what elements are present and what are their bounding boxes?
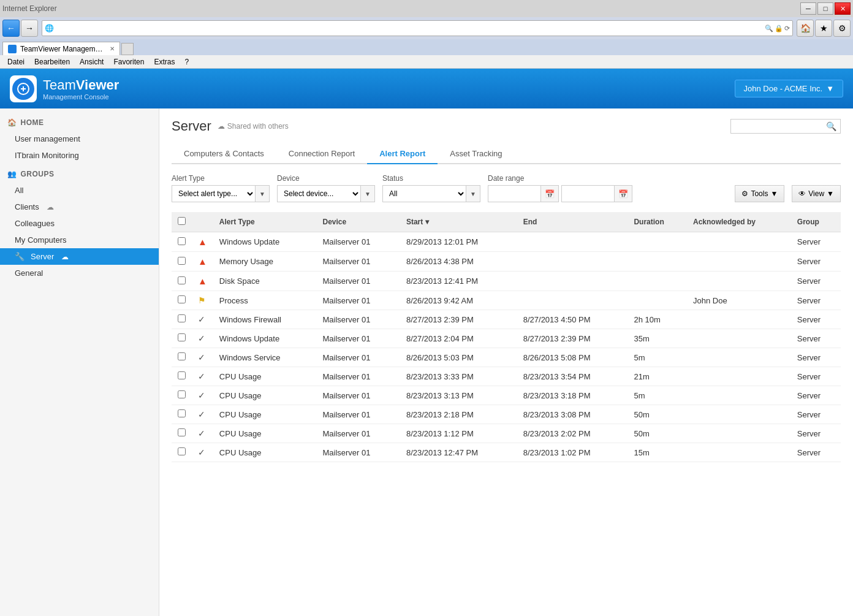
row-device: Mailserver 01 [316,291,400,310]
row-acknowledged-by [687,443,791,462]
row-alert-type: CPU Usage [213,386,317,405]
device-dropdown[interactable]: Select device... [278,186,360,202]
user-account-button[interactable]: John Doe - ACME Inc. ▼ [735,80,844,97]
row-group: Server [791,443,841,462]
row-alert-type: Windows Firewall [213,310,317,329]
status-dropdown[interactable]: All Open Acknowledged [383,186,466,202]
tab-close-button[interactable]: ✕ [110,45,115,52]
row-checkbox-cell [172,443,192,462]
menu-extras[interactable]: Extras [149,56,180,67]
row-checkbox[interactable] [178,276,186,284]
back-button[interactable]: ← [2,20,20,37]
select-all-checkbox[interactable] [178,217,186,225]
row-checkbox-cell [172,367,192,386]
sidebar-item-colleagues[interactable]: Colleagues [0,215,159,232]
calendar-from-icon[interactable]: 📅 [540,186,558,202]
row-checkbox[interactable] [178,314,186,322]
tools-button[interactable]: ⚙ Tools ▼ [735,185,784,202]
row-checkbox[interactable] [178,333,186,341]
row-alert-type: CPU Usage [213,405,317,424]
alert-type-select[interactable]: Select alert type... ▼ [172,185,270,202]
device-select[interactable]: Select device... ▼ [277,185,375,202]
maximize-button[interactable]: □ [817,2,833,15]
title-bar: Internet Explorer ─ □ ✕ [0,0,853,17]
tab-asset-tracking[interactable]: Asset Tracking [438,144,514,164]
view-button[interactable]: 👁 View ▼ [792,185,841,202]
status-check-icon: ✓ [198,409,205,419]
row-device: Mailserver 01 [316,252,400,272]
row-checkbox-cell [172,424,192,443]
home-icon[interactable]: 🏠 [797,20,814,37]
row-device: Mailserver 01 [316,405,400,424]
row-group: Server [791,386,841,405]
tab-bar: TeamViewer Management ... ✕ [0,39,853,55]
row-checkbox[interactable] [178,237,186,245]
sidebar-home-section: 🏠 HOME User management ITbrain Monitorin… [0,115,159,164]
row-checkbox[interactable] [178,295,186,303]
row-end: 8/23/2013 2:02 PM [517,424,628,443]
row-checkbox[interactable] [178,371,186,379]
sidebar-item-general[interactable]: General [0,265,159,281]
status-check-icon: ✓ [198,428,205,438]
minimize-button[interactable]: ─ [800,2,816,15]
row-group: Server [791,310,841,329]
table-header-row: Alert Type Device Start ▾ End Duration A… [172,212,841,232]
sidebar-item-clients[interactable]: Clients ☁ [0,199,159,215]
menu-ansicht[interactable]: Ansicht [75,56,108,67]
search-input[interactable] [735,122,826,131]
url-input[interactable]: https://login.teamviewer.com [56,24,765,32]
row-checkbox[interactable] [178,428,186,436]
sidebar-item-server[interactable]: 🔧 Server ☁ [0,248,159,265]
alert-type-label: Alert Type [172,174,270,183]
row-checkbox[interactable] [178,447,186,455]
status-warning-icon: ▲ [198,276,207,286]
app-logo: TeamViewer Management Console [10,75,119,102]
row-checkbox[interactable] [178,352,186,360]
alert-type-dropdown[interactable]: Select alert type... [172,186,255,202]
row-acknowledged-by [687,329,791,348]
row-end: 8/23/2013 3:18 PM [517,386,628,405]
my-computers-label: My Computers [15,235,67,245]
row-checkbox[interactable] [178,257,186,265]
menu-datei[interactable]: Datei [2,56,29,67]
header-start[interactable]: Start ▾ [400,212,517,232]
tab-alert-report[interactable]: Alert Report [367,144,438,164]
row-status-cell: ✓ [192,424,213,443]
row-checkbox[interactable] [178,409,186,417]
tab-computers-contacts[interactable]: Computers & Contacts [172,144,276,164]
sidebar-item-my-computers[interactable]: My Computers [0,232,159,248]
header-alert-type: Alert Type [213,212,317,232]
tools-browser-icon[interactable]: ⚙ [833,20,851,37]
forward-button[interactable]: → [21,20,38,37]
favorites-icon[interactable]: ★ [815,20,832,37]
page-title: Server [172,118,211,134]
sidebar-item-itbrain[interactable]: ITbrain Monitoring [0,147,159,164]
row-start: 8/27/2013 2:04 PM [400,329,517,348]
header-device: Device [316,212,400,232]
date-from-input[interactable]: 8/1/2013 [488,189,540,198]
sidebar-groups-title: 👥 GROUPS [0,166,159,182]
row-start: 8/29/2013 12:01 PM [400,232,517,252]
browser-tab-active[interactable]: TeamViewer Management ... ✕ [2,42,120,55]
menu-bearbeiten[interactable]: Bearbeiten [29,56,75,67]
menu-favoriten[interactable]: Favoriten [108,56,149,67]
date-to-input[interactable]: 8/31/2013 [562,189,614,198]
tab-connection-report[interactable]: Connection Report [276,144,367,164]
status-select[interactable]: All Open Acknowledged ▼ [382,185,480,202]
address-bar: 🌐 https://login.teamviewer.com 🔍 🔒 ⟳ [42,20,793,36]
search-address-icon[interactable]: 🔍 [765,25,773,32]
device-filter: Device Select device... ▼ [277,174,375,202]
sidebar-item-all[interactable]: All [0,182,159,199]
new-tab-button[interactable] [121,43,134,55]
menu-help[interactable]: ? [180,56,194,67]
calendar-to-icon[interactable]: 📅 [614,186,632,202]
server-icon: 🔧 [15,252,25,261]
refresh-icon[interactable]: ⟳ [784,25,790,32]
search-icon[interactable]: 🔍 [826,121,836,131]
close-button[interactable]: ✕ [835,2,851,15]
row-status-cell: ✓ [192,443,213,462]
row-alert-type: Disk Space [213,272,317,291]
row-checkbox[interactable] [178,390,186,398]
sidebar-item-user-management[interactable]: User management [0,131,159,147]
row-alert-type: CPU Usage [213,367,317,386]
